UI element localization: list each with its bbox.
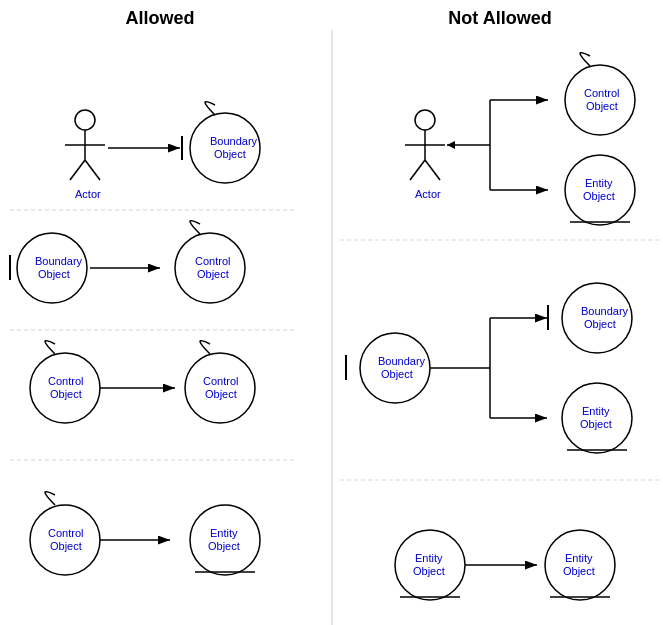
control-label-3bb: Object [205,388,237,400]
entity-label-na2b: Entity [582,405,610,417]
actor-label-na1: Actor [415,188,441,200]
control-label-3b: Control [203,375,238,387]
control-label-2: Control [195,255,230,267]
entity-label-na3ab: Object [413,565,445,577]
svg-line-23 [410,160,425,180]
entity-label-na1b: Entity [585,177,613,189]
svg-point-20 [415,110,435,130]
svg-marker-29 [447,141,455,149]
control-label-na1ab: Object [586,100,618,112]
entity-label-na1bb: Object [583,190,615,202]
entity-label-na3bb: Object [563,565,595,577]
control-label-4ab: Object [50,540,82,552]
boundary-label-2b: Object [38,268,70,280]
boundary-label-na2bb: Object [584,318,616,330]
svg-line-4 [70,160,85,180]
entity-label-4bb: Object [208,540,240,552]
actor-label-1: Actor [75,188,101,200]
control-label-2b: Object [197,268,229,280]
control-label-4a: Control [48,527,83,539]
page-container: Allowed Not Allowed Actor Boundary Objec… [0,0,663,625]
svg-point-1 [75,110,95,130]
boundary-label-2: Boundary [35,255,83,267]
control-label-na1a: Control [584,87,619,99]
boundary-label-1: Boundary [210,135,258,147]
entity-label-na2bb: Object [580,418,612,430]
entity-label-na3b: Entity [565,552,593,564]
boundary-label-na2a: Boundary [378,355,426,367]
entity-label-na3a: Entity [415,552,443,564]
svg-line-24 [425,160,440,180]
svg-line-5 [85,160,100,180]
boundary-label-1b: Object [214,148,246,160]
control-label-3a: Control [48,375,83,387]
main-diagram: Actor Boundary Object Boundary Object Co… [0,0,663,625]
entity-label-4b: Entity [210,527,238,539]
control-label-3ab: Object [50,388,82,400]
boundary-label-na2ab: Object [381,368,413,380]
boundary-label-na2b: Boundary [581,305,629,317]
